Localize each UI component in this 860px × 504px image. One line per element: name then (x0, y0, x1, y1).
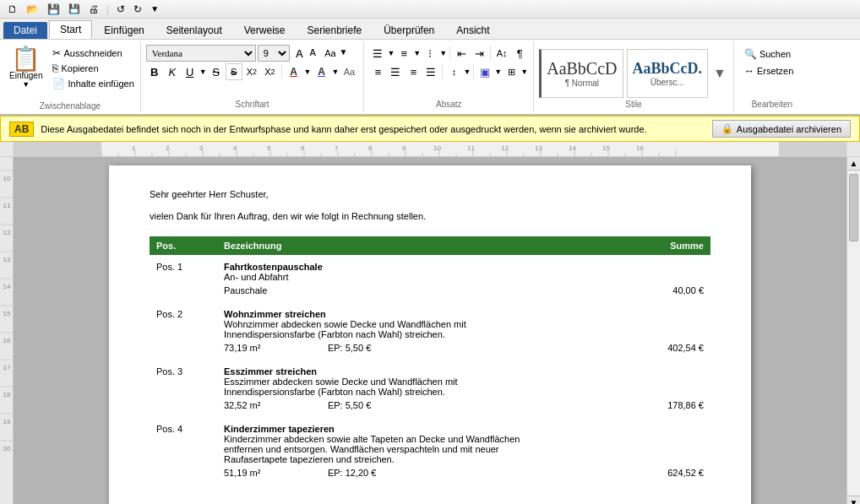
cut-button[interactable]: ✂ Ausschneiden (50, 46, 136, 60)
menu-ansicht[interactable]: Ansicht (446, 22, 499, 39)
text-expand-icon[interactable]: Aa (322, 47, 338, 59)
table-row: Pos. 4 Kinderzimmer tapezieren Kinderzim… (150, 417, 710, 466)
numbering-dropdown[interactable]: ▼ (413, 49, 421, 57)
bullets-button[interactable]: ☰ (369, 45, 386, 62)
line-spacing-button[interactable]: ↕ (445, 63, 462, 80)
pilcrow-button[interactable]: ¶ (511, 45, 528, 62)
bullets-dropdown[interactable]: ▼ (387, 49, 395, 57)
print-icon[interactable]: 🖨 (86, 3, 101, 16)
underline-dropdown[interactable]: ▼ (199, 68, 207, 76)
text-effects-button[interactable]: Aa (340, 63, 358, 80)
strikethrough-button[interactable]: S (208, 63, 225, 80)
ueberschrift-style-box[interactable]: AaBbCcD. Übersc... (627, 49, 709, 98)
borders-button[interactable]: ⊞ (503, 63, 520, 80)
font-size-selector[interactable]: 9 (258, 45, 290, 62)
font-color-button[interactable]: A (285, 63, 303, 80)
svg-text:20: 20 (3, 445, 11, 453)
clipboard-label: Zwischenablage (3, 101, 137, 112)
sort-button[interactable]: A↕ (493, 45, 510, 62)
align-right-button[interactable]: ≡ (405, 63, 422, 80)
insert-button[interactable]: 📋 Einfügen ▼ (3, 45, 48, 91)
pos1-blank (150, 284, 217, 302)
search-icon: 🔍 (744, 48, 757, 60)
scroll-thumb[interactable] (849, 174, 858, 241)
multilevel-dropdown[interactable]: ▼ (439, 49, 447, 57)
borders-dropdown[interactable]: ▼ (520, 68, 528, 76)
font-shrink-button[interactable]: A (307, 46, 318, 61)
superscript-button[interactable]: X2 (261, 63, 278, 80)
shading-dropdown[interactable]: ▼ (494, 68, 502, 76)
pos1-desc: An- und Abfahrt (224, 272, 288, 282)
chevron-down-icon[interactable]: ▼ (340, 47, 348, 59)
pos2-desc: Wohnzimmer abdecken sowie Decke und Wand… (224, 319, 466, 339)
menu-ueberprufen[interactable]: Überprüfen (373, 22, 444, 39)
italic-button[interactable]: K (164, 63, 181, 80)
pos2-label: Pos. 2 (150, 302, 217, 341)
archive-button[interactable]: 🔒 Ausgabedatei archivieren (712, 120, 851, 138)
menu-datei[interactable]: Datei (3, 22, 47, 39)
svg-text:7: 7 (335, 144, 339, 152)
vertical-scrollbar[interactable]: ▲ ▼ (846, 157, 860, 504)
strikethrough2-button[interactable]: S (226, 63, 242, 80)
dropdown-icon[interactable]: ▼ (148, 3, 161, 14)
numbering-button[interactable]: ≡ (395, 45, 412, 62)
menu-einfuegen[interactable]: Einfügen (94, 22, 154, 39)
svg-text:8: 8 (368, 144, 373, 152)
open-icon[interactable]: 📂 (24, 3, 41, 16)
copy-button[interactable]: ⎘ Kopieren (50, 62, 136, 75)
new-file-icon[interactable]: 🗋 (5, 3, 20, 16)
scroll-down-button[interactable]: ▼ (847, 496, 860, 504)
paste-special-button[interactable]: 📄 Inhalte einfügen (50, 77, 136, 90)
scroll-up-button[interactable]: ▲ (847, 157, 860, 171)
font-grow-button[interactable]: A (293, 46, 306, 61)
pos1-title: Fahrtkostenpauschale (224, 262, 323, 272)
underline-button[interactable]: U (182, 63, 199, 80)
save-icon[interactable]: 💾 (45, 3, 63, 16)
menu-start[interactable]: Start (49, 20, 92, 39)
redo-icon[interactable]: ↻ (131, 3, 144, 16)
menu-seitenlayout[interactable]: Seitenlayout (156, 22, 232, 39)
bold-button[interactable]: B (146, 63, 163, 80)
styles-group: AaBbCcD ¶ Normal AaBbCcD. Übersc... ▼ St… (534, 41, 734, 112)
replace-button[interactable]: ↔ Ersetzen (741, 63, 803, 79)
justify-button[interactable]: ☰ (422, 63, 439, 80)
align-left-button[interactable]: ≡ (369, 63, 386, 80)
svg-text:13: 13 (3, 256, 11, 263)
intro-text: vielen Dank für Ihren Auftrag, den wir w… (150, 211, 710, 221)
styles-more-button[interactable]: ▼ (711, 64, 728, 83)
svg-text:11: 11 (3, 202, 11, 209)
font-color-dropdown[interactable]: ▼ (304, 68, 312, 76)
svg-text:1: 1 (132, 144, 136, 152)
highlight-button[interactable]: A (313, 63, 331, 80)
undo-icon[interactable]: ↺ (114, 3, 128, 16)
clipboard-group: 📋 Einfügen ▼ ✂ Ausschneiden ⎘ Kopieren 📄… (0, 41, 141, 112)
svg-text:18: 18 (3, 391, 11, 398)
menu-serienbriefe[interactable]: Serienbriefe (297, 22, 372, 39)
search-button[interactable]: 🔍 Suchen (741, 46, 803, 62)
pos4-sum: 624,52 € (634, 466, 710, 485)
line-spacing-dropdown[interactable]: ▼ (463, 68, 471, 76)
font-selector[interactable]: Verdana (146, 45, 256, 62)
pos2-sum: 402,54 € (634, 341, 710, 360)
pos1-sum: 40,00 € (634, 284, 710, 302)
multilevel-button[interactable]: ⁝ (422, 45, 438, 62)
pos2-blank (150, 341, 217, 360)
pos3-content: Esszimmer streichen Esszimmer abdecken s… (217, 360, 634, 398)
svg-text:10: 10 (433, 144, 441, 152)
shading-button[interactable]: ▣ (476, 63, 493, 80)
align-center-button[interactable]: ☰ (387, 63, 404, 80)
pos2-sum-placeholder (634, 302, 710, 341)
svg-text:10: 10 (3, 175, 11, 182)
decrease-indent-button[interactable]: ⇤ (453, 45, 470, 62)
highlight-dropdown[interactable]: ▼ (332, 68, 340, 76)
save-all-icon[interactable]: 💾 (66, 3, 83, 15)
subscript-button[interactable]: X2 (243, 63, 260, 80)
pos3-sum-placeholder (634, 360, 710, 398)
menu-verweise[interactable]: Verweise (234, 22, 296, 39)
increase-indent-button[interactable]: ⇥ (471, 45, 487, 62)
font-group: Verdana 9 A A Aa ▼ B K U ▼ (141, 41, 365, 112)
svg-text:11: 11 (467, 144, 475, 152)
edit-group: 🔍 Suchen ↔ Ersetzen Bearbeiten (734, 41, 810, 112)
svg-text:15: 15 (602, 144, 610, 152)
normal-style-box[interactable]: AaBbCcD ¶ Normal (539, 49, 623, 98)
